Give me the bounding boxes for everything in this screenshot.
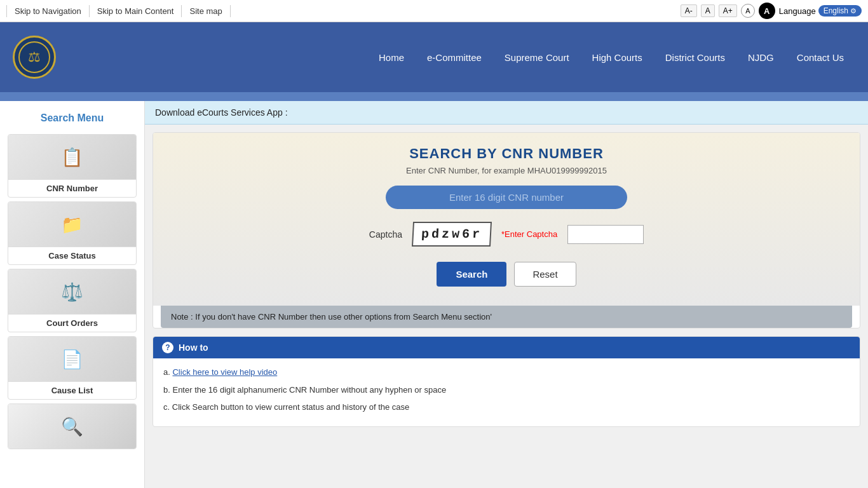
font-increase-button[interactable]: A+ (719, 4, 737, 17)
help-icon: ? (162, 342, 173, 353)
nav-high-courts[interactable]: High Courts (581, 47, 654, 68)
accessibility-bar: Skip to Navigation Skip to Main Content … (0, 0, 868, 22)
case-status-icon: 📁 (8, 202, 136, 247)
cnr-number-input[interactable] (386, 186, 627, 209)
download-banner: Download eCourts Services App : (145, 101, 868, 125)
font-normal-button[interactable]: A (701, 4, 715, 17)
font-decrease-button[interactable]: A- (681, 4, 697, 17)
font-controls: A- A A+ A A Language English ⚙ (681, 3, 862, 19)
note-bar: Note : If you don't have CNR Number then… (161, 306, 852, 328)
logo-area: ⚖ (13, 36, 56, 79)
download-banner-text: Download eCourts Services App : (155, 107, 288, 118)
step-c-text: Click Search button to view current stat… (172, 402, 410, 412)
nav-contact-us[interactable]: Contact Us (785, 47, 855, 68)
how-to-step-a: a. Click here to view help video (163, 366, 850, 379)
how-to-header: ? How to (153, 337, 860, 358)
step-b-label: b. (163, 385, 170, 395)
language-value: English (824, 6, 848, 15)
search-cases-icon: 🔍 (8, 404, 136, 449)
language-label: Language (779, 6, 816, 16)
sidebar-title: Search Menu (0, 107, 144, 130)
cnr-input-wrapper (172, 186, 841, 209)
sidebar-item-case-status[interactable]: 📁 Case Status (8, 201, 137, 265)
captcha-label: Captcha (369, 229, 402, 240)
search-card-header: SEARCH BY CNR NUMBER Enter CNR Number, f… (172, 146, 841, 175)
language-badge[interactable]: English ⚙ (818, 5, 862, 17)
nav-district-courts[interactable]: District Courts (654, 47, 736, 68)
step-b-text: Enter the 16 digit alphanumeric CNR Numb… (172, 385, 446, 395)
note-text: Note : If you don't have CNR Number then… (171, 312, 492, 322)
cause-list-icon: 📄 (8, 337, 136, 381)
search-card: SEARCH BY CNR NUMBER Enter CNR Number, f… (153, 132, 860, 329)
site-header: ⚖ Home e-Committee Supreme Court High Co… (0, 22, 868, 92)
nav-njdg[interactable]: NJDG (736, 47, 785, 68)
how-to-step-b: b. Enter the 16 digit alphanumeric CNR N… (163, 384, 850, 396)
sidebar-item-search[interactable]: 🔍 (8, 403, 137, 449)
sidebar-item-court-orders[interactable]: ⚖️ Court Orders (8, 269, 137, 332)
reset-button[interactable]: Reset (514, 262, 576, 287)
search-card-inner: SEARCH BY CNR NUMBER Enter CNR Number, f… (153, 133, 860, 306)
how-to-title: How to (179, 342, 208, 353)
site-logo: ⚖ (13, 36, 56, 79)
sub-header-bar (0, 92, 868, 101)
help-video-link[interactable]: Click here to view help video (172, 367, 277, 377)
gear-icon: ⚙ (850, 7, 857, 15)
skip-main-link[interactable]: Skip to Main Content (90, 5, 182, 17)
contrast-light-button[interactable]: A (741, 4, 755, 18)
how-to-step-c: c. Click Search button to view current s… (163, 401, 850, 414)
sidebar: Search Menu 📋 CNR Number 📁 Case Status ⚖… (0, 101, 145, 488)
search-card-subtitle: Enter CNR Number, for example MHAU019999… (172, 166, 841, 175)
court-orders-icon: ⚖️ (8, 269, 136, 314)
sitemap-link[interactable]: Site map (182, 5, 230, 17)
skip-nav-link[interactable]: Skip to Navigation (6, 5, 90, 17)
main-nav: Home e-Committee Supreme Court High Cour… (367, 47, 855, 68)
nav-home[interactable]: Home (367, 47, 416, 68)
content-area: Download eCourts Services App : SEARCH B… (145, 101, 868, 488)
search-card-title: SEARCH BY CNR NUMBER (172, 146, 841, 162)
contrast-dark-button[interactable]: A (759, 3, 775, 19)
sidebar-item-case-status-label: Case Status (8, 247, 136, 264)
how-to-body: a. Click here to view help video b. Ente… (153, 358, 860, 426)
captcha-required-label: *Enter Captcha (501, 229, 557, 239)
captcha-row: Captcha pdzw6r *Enter Captcha (172, 222, 841, 247)
captcha-image: pdzw6r (412, 222, 492, 247)
svg-text:⚖: ⚖ (28, 49, 41, 65)
step-a-label: a. (163, 367, 170, 377)
sidebar-item-cause-list[interactable]: 📄 Cause List (8, 336, 137, 400)
language-selector: Language English ⚙ (779, 5, 862, 17)
step-c-label: c. (163, 402, 170, 412)
main-layout: Search Menu 📋 CNR Number 📁 Case Status ⚖… (0, 101, 868, 488)
captcha-input[interactable] (567, 225, 644, 244)
how-to-section: ? How to a. Click here to view help vide… (153, 336, 860, 427)
search-button[interactable]: Search (437, 262, 506, 287)
sidebar-item-court-orders-label: Court Orders (8, 314, 136, 332)
nav-ecommittee[interactable]: e-Committee (416, 47, 493, 68)
cnr-icon: 📋 (8, 135, 136, 179)
button-row: Search Reset (172, 262, 841, 287)
sidebar-item-cnr-label: CNR Number (8, 179, 136, 197)
sidebar-item-cnr[interactable]: 📋 CNR Number (8, 134, 137, 198)
sidebar-item-cause-list-label: Cause List (8, 381, 136, 399)
nav-supreme-court[interactable]: Supreme Court (493, 47, 581, 68)
